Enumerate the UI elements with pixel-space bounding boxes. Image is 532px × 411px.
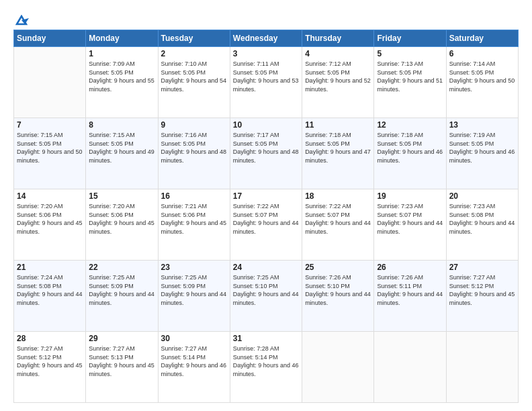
calendar-cell: 7Sunrise: 7:15 AMSunset: 5:05 PMDaylight… xyxy=(14,118,86,189)
day-info: Sunrise: 7:22 AMSunset: 5:07 PMDaylight:… xyxy=(305,202,371,236)
calendar-cell: 8Sunrise: 7:15 AMSunset: 5:05 PMDaylight… xyxy=(86,118,158,189)
calendar-cell xyxy=(374,332,446,403)
day-number: 5 xyxy=(377,49,443,58)
calendar-weekday-sunday: Sunday xyxy=(14,30,86,47)
day-number: 20 xyxy=(449,191,515,201)
calendar-week-row: 1Sunrise: 7:09 AMSunset: 5:05 PMDaylight… xyxy=(14,47,519,118)
day-info: Sunrise: 7:12 AMSunset: 5:05 PMDaylight:… xyxy=(305,60,371,93)
calendar-cell: 19Sunrise: 7:23 AMSunset: 5:07 PMDayligh… xyxy=(374,189,446,261)
calendar-cell xyxy=(302,332,374,403)
day-number: 21 xyxy=(17,263,83,272)
day-number: 11 xyxy=(305,120,371,130)
day-number: 29 xyxy=(89,334,154,343)
day-info: Sunrise: 7:23 AMSunset: 5:08 PMDaylight:… xyxy=(449,202,515,236)
day-info: Sunrise: 7:28 AMSunset: 5:14 PMDaylight:… xyxy=(233,345,299,378)
day-number: 9 xyxy=(161,120,227,130)
day-info: Sunrise: 7:24 AMSunset: 5:08 PMDaylight:… xyxy=(17,273,83,307)
calendar-cell: 3Sunrise: 7:11 AMSunset: 5:05 PMDaylight… xyxy=(230,47,302,118)
day-info: Sunrise: 7:22 AMSunset: 5:07 PMDaylight:… xyxy=(233,202,299,236)
calendar-cell: 26Sunrise: 7:26 AMSunset: 5:11 PMDayligh… xyxy=(374,261,446,332)
calendar-cell: 23Sunrise: 7:25 AMSunset: 5:09 PMDayligh… xyxy=(158,261,230,332)
day-info: Sunrise: 7:13 AMSunset: 5:05 PMDaylight:… xyxy=(377,60,443,93)
day-number: 16 xyxy=(161,191,227,201)
day-info: Sunrise: 7:25 AMSunset: 5:09 PMDaylight:… xyxy=(89,273,154,307)
day-info: Sunrise: 7:15 AMSunset: 5:05 PMDaylight:… xyxy=(17,131,83,165)
logo xyxy=(13,15,29,24)
day-number: 8 xyxy=(89,120,154,130)
day-number: 10 xyxy=(233,120,299,130)
day-info: Sunrise: 7:27 AMSunset: 5:13 PMDaylight:… xyxy=(89,345,154,378)
calendar-week-row: 7Sunrise: 7:15 AMSunset: 5:05 PMDaylight… xyxy=(14,118,519,189)
calendar-cell: 29Sunrise: 7:27 AMSunset: 5:13 PMDayligh… xyxy=(86,332,158,403)
day-info: Sunrise: 7:16 AMSunset: 5:05 PMDaylight:… xyxy=(161,131,227,165)
calendar-cell: 15Sunrise: 7:20 AMSunset: 5:06 PMDayligh… xyxy=(86,189,158,261)
day-info: Sunrise: 7:14 AMSunset: 5:05 PMDaylight:… xyxy=(449,60,515,93)
calendar-cell: 25Sunrise: 7:26 AMSunset: 5:10 PMDayligh… xyxy=(302,261,374,332)
calendar-cell: 27Sunrise: 7:27 AMSunset: 5:12 PMDayligh… xyxy=(446,261,518,332)
calendar-cell: 6Sunrise: 7:14 AMSunset: 5:05 PMDaylight… xyxy=(446,47,518,118)
calendar-cell: 9Sunrise: 7:16 AMSunset: 5:05 PMDaylight… xyxy=(158,118,230,189)
day-info: Sunrise: 7:18 AMSunset: 5:05 PMDaylight:… xyxy=(377,131,443,165)
calendar-week-row: 28Sunrise: 7:27 AMSunset: 5:12 PMDayligh… xyxy=(14,332,519,403)
day-info: Sunrise: 7:21 AMSunset: 5:06 PMDaylight:… xyxy=(161,202,227,236)
day-info: Sunrise: 7:26 AMSunset: 5:11 PMDaylight:… xyxy=(377,273,443,307)
calendar-cell: 2Sunrise: 7:10 AMSunset: 5:05 PMDaylight… xyxy=(158,47,230,118)
calendar-weekday-wednesday: Wednesday xyxy=(230,30,302,47)
calendar-cell: 30Sunrise: 7:27 AMSunset: 5:14 PMDayligh… xyxy=(158,332,230,403)
day-number: 24 xyxy=(233,263,299,272)
day-info: Sunrise: 7:25 AMSunset: 5:09 PMDaylight:… xyxy=(161,273,227,307)
header xyxy=(13,12,519,24)
day-number: 26 xyxy=(377,263,443,272)
day-info: Sunrise: 7:25 AMSunset: 5:10 PMDaylight:… xyxy=(233,273,299,307)
day-info: Sunrise: 7:19 AMSunset: 5:05 PMDaylight:… xyxy=(449,131,515,165)
day-number: 31 xyxy=(233,334,299,343)
day-number: 4 xyxy=(305,49,371,58)
calendar-cell: 16Sunrise: 7:21 AMSunset: 5:06 PMDayligh… xyxy=(158,189,230,261)
calendar-weekday-thursday: Thursday xyxy=(302,30,374,47)
calendar-cell: 28Sunrise: 7:27 AMSunset: 5:12 PMDayligh… xyxy=(14,332,86,403)
calendar-cell: 11Sunrise: 7:18 AMSunset: 5:05 PMDayligh… xyxy=(302,118,374,189)
day-info: Sunrise: 7:26 AMSunset: 5:10 PMDaylight:… xyxy=(305,273,371,307)
calendar-weekday-monday: Monday xyxy=(86,30,158,47)
calendar-weekday-saturday: Saturday xyxy=(446,30,518,47)
day-number: 18 xyxy=(305,191,371,201)
day-info: Sunrise: 7:23 AMSunset: 5:07 PMDaylight:… xyxy=(377,202,443,236)
day-number: 13 xyxy=(449,120,515,130)
calendar-week-row: 14Sunrise: 7:20 AMSunset: 5:06 PMDayligh… xyxy=(14,189,519,261)
day-number: 25 xyxy=(305,263,371,272)
calendar-cell: 12Sunrise: 7:18 AMSunset: 5:05 PMDayligh… xyxy=(374,118,446,189)
calendar-cell: 14Sunrise: 7:20 AMSunset: 5:06 PMDayligh… xyxy=(14,189,86,261)
calendar-cell: 31Sunrise: 7:28 AMSunset: 5:14 PMDayligh… xyxy=(230,332,302,403)
calendar-cell: 1Sunrise: 7:09 AMSunset: 5:05 PMDaylight… xyxy=(86,47,158,118)
calendar-cell: 20Sunrise: 7:23 AMSunset: 5:08 PMDayligh… xyxy=(446,189,518,261)
day-number: 23 xyxy=(161,263,227,272)
day-info: Sunrise: 7:27 AMSunset: 5:12 PMDaylight:… xyxy=(17,345,83,378)
calendar-cell: 10Sunrise: 7:17 AMSunset: 5:05 PMDayligh… xyxy=(230,118,302,189)
day-info: Sunrise: 7:18 AMSunset: 5:05 PMDaylight:… xyxy=(305,131,371,165)
calendar-table: SundayMondayTuesdayWednesdayThursdayFrid… xyxy=(13,30,519,403)
day-info: Sunrise: 7:20 AMSunset: 5:06 PMDaylight:… xyxy=(89,202,154,236)
day-number: 19 xyxy=(377,191,443,201)
day-number: 1 xyxy=(89,49,154,58)
day-info: Sunrise: 7:17 AMSunset: 5:05 PMDaylight:… xyxy=(233,131,299,165)
day-info: Sunrise: 7:27 AMSunset: 5:12 PMDaylight:… xyxy=(449,273,515,307)
day-number: 17 xyxy=(233,191,299,201)
day-info: Sunrise: 7:10 AMSunset: 5:05 PMDaylight:… xyxy=(161,60,227,93)
calendar-cell: 13Sunrise: 7:19 AMSunset: 5:05 PMDayligh… xyxy=(446,118,518,189)
day-info: Sunrise: 7:15 AMSunset: 5:05 PMDaylight:… xyxy=(89,131,154,165)
calendar-week-row: 21Sunrise: 7:24 AMSunset: 5:08 PMDayligh… xyxy=(14,261,519,332)
day-number: 14 xyxy=(17,191,83,201)
day-number: 22 xyxy=(89,263,154,272)
day-number: 28 xyxy=(17,334,83,343)
calendar-cell: 22Sunrise: 7:25 AMSunset: 5:09 PMDayligh… xyxy=(86,261,158,332)
calendar-header-row: SundayMondayTuesdayWednesdayThursdayFrid… xyxy=(14,30,519,47)
day-info: Sunrise: 7:09 AMSunset: 5:05 PMDaylight:… xyxy=(89,60,154,93)
calendar-cell: 18Sunrise: 7:22 AMSunset: 5:07 PMDayligh… xyxy=(302,189,374,261)
calendar-weekday-tuesday: Tuesday xyxy=(158,30,230,47)
day-info: Sunrise: 7:11 AMSunset: 5:05 PMDaylight:… xyxy=(233,60,299,93)
calendar-cell: 17Sunrise: 7:22 AMSunset: 5:07 PMDayligh… xyxy=(230,189,302,261)
day-number: 2 xyxy=(161,49,227,58)
day-info: Sunrise: 7:20 AMSunset: 5:06 PMDaylight:… xyxy=(17,202,83,236)
page: SundayMondayTuesdayWednesdayThursdayFrid… xyxy=(0,0,532,411)
day-number: 30 xyxy=(161,334,227,343)
